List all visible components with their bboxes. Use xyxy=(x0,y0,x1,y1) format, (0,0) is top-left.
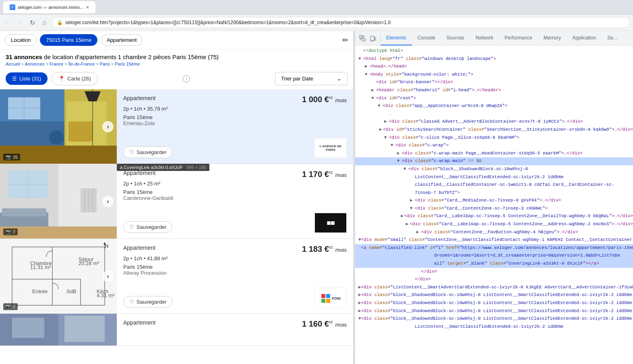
html-cslice-line[interactable]: ▼ <div class="c-slice Page__Slice-st6q56… xyxy=(355,134,633,142)
html-classad-line[interactable]: ▶ <div class="classAd Advert__AdvertBloc… xyxy=(355,118,633,126)
tab-network-label: Network xyxy=(476,35,493,41)
heart-icon-3: ♡ xyxy=(129,299,134,305)
html-contact-line[interactable]: ▼ <div mode="small" class="ContentZone__… xyxy=(355,236,633,244)
liste-label: Liste (31) xyxy=(19,76,41,82)
svg-point-9 xyxy=(49,130,64,145)
html-head-line[interactable]: ▶ <head>…</head> xyxy=(355,63,633,71)
html-advertcard-line[interactable]: ▶ <div class="ListContent__SmartAdvertCa… xyxy=(355,284,633,292)
html-sticky-line[interactable]: ▶ <div id="stickySearchContainer" class=… xyxy=(355,126,633,134)
breadcrumb-idf[interactable]: Île-de-France xyxy=(68,62,95,66)
card-next-arrow-3[interactable]: › xyxy=(102,271,114,282)
html-cwrapmain-selected-line[interactable]: ▼ <div class="c-wrap-main" == $0 xyxy=(355,157,633,165)
card-price-4: 1 160 €cc /mois xyxy=(302,319,347,329)
card-next-arrow-1[interactable]: › xyxy=(102,121,114,132)
card-type-4: Appartement xyxy=(123,319,155,326)
tab-memory-label: Memory xyxy=(544,35,561,41)
svg-text:20.28 m²: 20.28 m² xyxy=(79,260,99,266)
back-button[interactable]: ← xyxy=(3,18,13,27)
card-next-arrow-2[interactable]: › xyxy=(102,196,114,207)
html-appcontainer-line[interactable]: ▼ <div class="app__AppContainer-wr5cx9-0… xyxy=(355,102,633,110)
html-block3-line[interactable]: ▶ <div class="block__ShadowedBlock-sc-10… xyxy=(355,299,633,307)
svg-rect-19 xyxy=(2,208,46,216)
html-mediazone-line[interactable]: ▶ <div class="Card__MediaZone-sc-7insep-… xyxy=(355,197,633,205)
breadcrumb-accueil[interactable]: Accueil xyxy=(6,62,20,66)
html-favbutton-line[interactable]: ▶ <div class="ContentZone__FavButton-wgh… xyxy=(355,228,633,236)
html-covering-link-line[interactable]: <a name="classified-link" z="1" href="ht… xyxy=(355,244,633,252)
home-button[interactable]: ⌂ xyxy=(39,18,49,27)
listing-card-4[interactable]: Appartement 1 160 €cc /mois xyxy=(0,314,353,346)
html-contentzone-line[interactable]: ▼ <div class="Card__ContentZone-sc-7inse… xyxy=(355,205,633,213)
liste-view-button[interactable]: ☰ Liste (31) xyxy=(6,72,48,85)
tab-application[interactable]: Application xyxy=(567,31,602,45)
svg-text:11.31 m²: 11.31 m² xyxy=(30,264,51,270)
tab-application-label: Application xyxy=(572,35,596,41)
listing-image-2: 📷7 › xyxy=(0,164,117,239)
browser-chrome: S seloger.com — annonces immo... × ← → ↻… xyxy=(0,0,633,31)
svg-rect-53 xyxy=(363,39,365,41)
tab-network[interactable]: Network xyxy=(470,31,499,45)
svg-text:SdB: SdB xyxy=(66,288,77,294)
html-body-line[interactable]: ▼ <body style="background-color: white;"… xyxy=(355,71,633,79)
edit-search-button[interactable]: ✏ xyxy=(342,36,348,45)
html-block-shadowed-1[interactable]: ▼ <div class="block__ShadowedBlock-sc-10… xyxy=(355,165,633,173)
inspect-element-button[interactable] xyxy=(358,33,367,43)
card-price-3: 1 183 €cc /mois xyxy=(302,245,347,254)
tab-security[interactable]: Se... xyxy=(602,31,623,45)
paris-filter-chip[interactable]: 75015 Paris 15ème xyxy=(40,34,97,46)
html-detailtop-line[interactable]: ▶ <div class="Card__LabelGap-sc-7insep-5… xyxy=(355,212,633,220)
listing-photo-svg-2 xyxy=(0,164,117,239)
listing-card-2[interactable]: 📷7 › Appartement 1 170 €cc /mois 2p • 1c… xyxy=(0,164,353,239)
card-top-1: Appartement 1 000 €cc /mois xyxy=(123,95,347,104)
tab-elements[interactable]: Elements xyxy=(381,31,412,45)
html-headcontainer-line[interactable]: ▶ <div class="c-wrap-main Page__HeadCont… xyxy=(355,150,633,158)
save-button-2[interactable]: ♡ Sauvegarder xyxy=(123,221,172,233)
forward-button[interactable]: → xyxy=(15,18,25,27)
foncia-logo-svg: FONCIA xyxy=(321,292,341,304)
card-type-3: Appartement xyxy=(123,245,155,251)
html-block4-line[interactable]: ▶ <div class="block__ShadowedBlock-sc-10… xyxy=(355,307,633,315)
breadcrumb-annonces[interactable]: Annonces xyxy=(25,62,44,66)
listing-card-1[interactable]: 📷25 › Appartement 1 000 €cc /mois 2p • 1… xyxy=(0,89,353,164)
breadcrumb-france[interactable]: France xyxy=(50,62,63,66)
reload-button[interactable]: ↻ xyxy=(27,18,37,27)
tab-close-button[interactable]: × xyxy=(86,4,89,10)
sort-dropdown[interactable]: Trier par Date ⌄ xyxy=(275,72,348,85)
save-button-1[interactable]: ♡ Sauvegarder xyxy=(123,146,172,158)
html-address-line[interactable]: ▶ <div class="Card__LabelGap-sc-7insep-5… xyxy=(355,220,633,228)
listing-title-rest: de location d'appartements 1 chambre 2 p… xyxy=(42,53,219,60)
location-filter-chip[interactable]: Location xyxy=(5,34,37,46)
breadcrumb-paris15[interactable]: Paris 15ème xyxy=(115,62,140,66)
html-html-line[interactable]: ▼ <html lang="fr" class="windows desktop… xyxy=(355,55,633,63)
html-covering-link-line-3[interactable]: ail" target="_blank" class="CoveringLink… xyxy=(355,260,633,268)
card-type-1: Appartement xyxy=(123,95,155,101)
tab-sources[interactable]: Sources xyxy=(441,31,470,45)
html-last-text-line: ListContent__SmartClassifiedExtended-sc-… xyxy=(355,323,633,331)
html-block5-open-line[interactable]: ▼ <div class="block__ShadowedBlock-sc-10… xyxy=(355,315,633,323)
svg-rect-44 xyxy=(326,294,330,298)
html-bruce-banner-line[interactable]: <div id="bruce-banner" ></div> xyxy=(355,78,633,86)
svg-rect-43 xyxy=(321,294,325,298)
html-root-div-line[interactable]: ▼ <div id="root" > xyxy=(355,95,633,103)
html-covering-link-line-2[interactable]: drooms=1&rooms=2&sort=d_dt_crea&enterpri… xyxy=(355,252,633,260)
device-toolbar-button[interactable] xyxy=(368,33,378,43)
tab-console[interactable]: Console xyxy=(412,31,441,45)
html-dots-line: … xyxy=(355,110,633,118)
html-header-line[interactable]: ▶ <header class="headers1" id="i-head" >… xyxy=(355,86,633,95)
security-icon: 🔒 xyxy=(57,20,63,25)
html-cwrap-line[interactable]: ▼ <div class="c-wrap" > xyxy=(355,142,633,150)
type-filter-chip[interactable]: Appartement xyxy=(101,34,143,46)
info-icon[interactable]: i xyxy=(183,75,190,82)
save-button-3[interactable]: ♡ Sauvegarder xyxy=(123,296,172,308)
tab-memory[interactable]: Memory xyxy=(538,31,567,45)
breadcrumb-paris[interactable]: Paris xyxy=(100,62,110,66)
card-street-2: Cambronne-Garibaldi xyxy=(123,195,347,201)
active-tab[interactable]: S seloger.com — annonces immo... × xyxy=(3,1,95,13)
html-block2-line[interactable]: ▶ <div class="block__ShadowedBlock-sc-10… xyxy=(355,291,633,299)
main-layout: Location 75015 Paris 15ème Appartement ✏… xyxy=(0,31,633,364)
tab-performance[interactable]: Performance xyxy=(499,31,538,45)
listing-card-3[interactable]: Chambre 11.31 m² Séjour 20.28 m² Entrée … xyxy=(0,239,353,314)
carte-view-button[interactable]: 📍 Carte (26) xyxy=(52,72,98,85)
listing-photo-svg-4 xyxy=(0,314,117,346)
address-bar[interactable]: 🔒 seloger.com/list.htm?projects=1&types=… xyxy=(52,17,630,28)
card-content-1: Appartement 1 000 €cc /mois 2p • 1ch • 3… xyxy=(117,89,353,164)
